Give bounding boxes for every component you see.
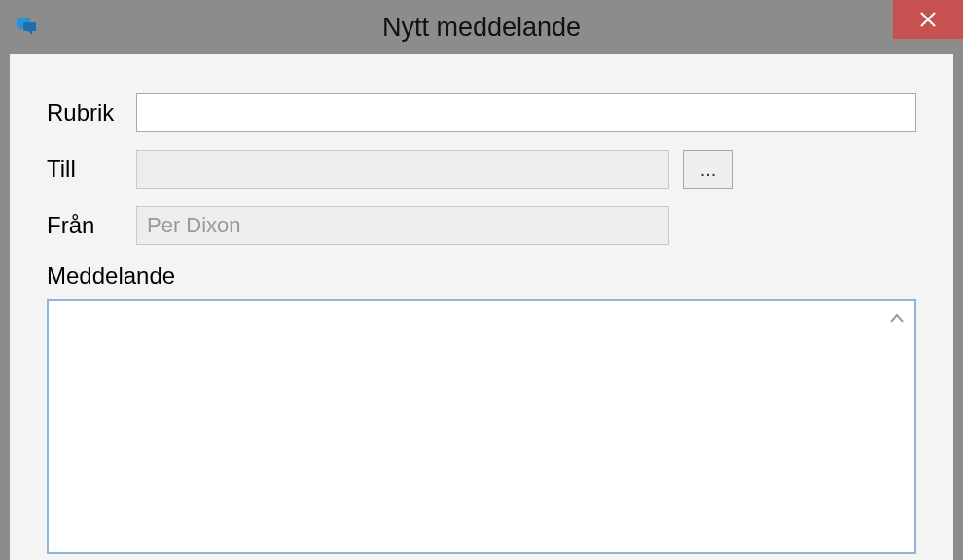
message-label: Meddelande: [47, 262, 916, 290]
scroll-up-button[interactable]: [885, 307, 909, 331]
from-row: Från Per Dixon: [47, 206, 916, 245]
message-textarea-wrap: [47, 299, 916, 554]
svg-rect-1: [23, 22, 36, 31]
subject-label: Rubrik: [47, 99, 136, 126]
browse-recipients-button[interactable]: ...: [683, 150, 733, 189]
titlebar: Nytt meddelande: [0, 0, 963, 54]
to-row: Till ...: [47, 150, 916, 189]
new-message-window: Nytt meddelande Rubrik Till ...: [0, 0, 963, 560]
chevron-up-icon: [889, 311, 905, 327]
from-field: Per Dixon: [136, 206, 669, 245]
subject-row: Rubrik: [47, 93, 916, 132]
client-area: Rubrik Till ... Från Per Dixon: [10, 54, 953, 560]
close-icon: [919, 11, 937, 28]
from-label: Från: [47, 212, 136, 239]
window-title: Nytt meddelande: [0, 13, 963, 43]
message-textarea[interactable]: [49, 301, 885, 552]
to-label: Till: [47, 156, 136, 183]
chat-icon: [14, 14, 39, 39]
close-button[interactable]: [893, 0, 963, 39]
to-field: [136, 150, 669, 189]
subject-input[interactable]: [136, 93, 916, 132]
